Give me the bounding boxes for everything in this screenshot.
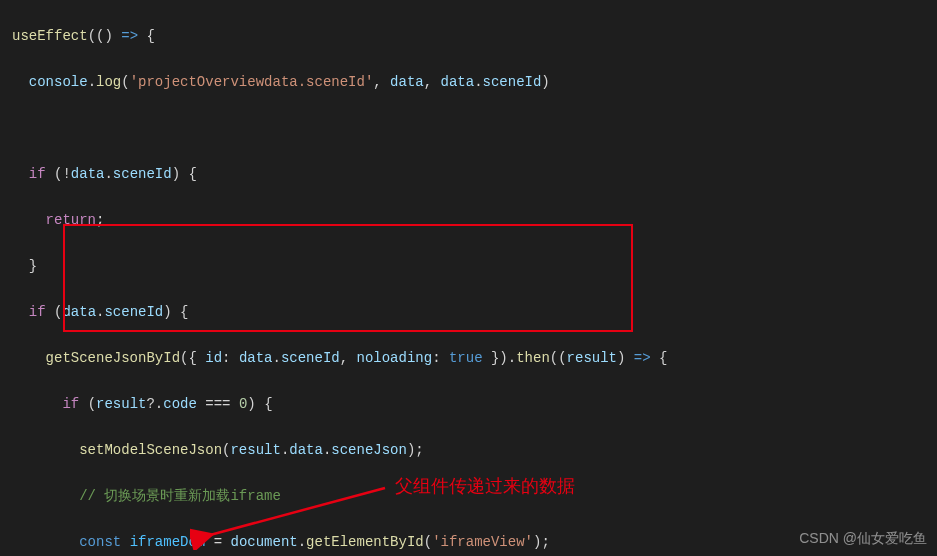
token: if [29,304,46,320]
line-12: const iframeDom = document.getElementByI… [12,531,925,554]
token: result [230,442,280,458]
line-1: useEffect(() => { [12,25,925,48]
token: code [163,396,197,412]
token: data [441,74,475,90]
token: => [121,28,138,44]
token: result [96,396,146,412]
line-6: } [12,255,925,278]
token: log [96,74,121,90]
watermark: CSDN @仙女爱吃鱼 [799,527,927,550]
token: return [46,212,96,228]
line-5: return; [12,209,925,232]
token: noloading [357,350,433,366]
token: data [289,442,323,458]
token: data [239,350,273,366]
line-8: getSceneJsonById({ id: data.sceneId, nol… [12,347,925,370]
line-7: if (data.sceneId) { [12,301,925,324]
token: console [29,74,88,90]
token: then [516,350,550,366]
token: sceneId [113,166,172,182]
token: sceneJson [331,442,407,458]
token: true [449,350,483,366]
annotation-text: 父组件传递过来的数据 [395,475,575,498]
token: getSceneJsonById [46,350,180,366]
line-2: console.log('projectOverviewdata.sceneId… [12,71,925,94]
line-3 [12,117,925,140]
token: iframeDom [130,534,206,550]
token: if [29,166,46,182]
line-10: setModelSceneJson(result.data.sceneJson)… [12,439,925,462]
line-9: if (result?.code === 0) { [12,393,925,416]
token: sceneId [281,350,340,366]
token: data [390,74,424,90]
token: const [79,534,121,550]
token: data [71,166,105,182]
token: sceneId [104,304,163,320]
token: id [205,350,222,366]
token: 'projectOverviewdata.sceneId' [130,74,374,90]
token: sceneId [483,74,542,90]
token: setModelSceneJson [79,442,222,458]
token: document [230,534,297,550]
token: ! [62,166,70,182]
code-block: useEffect(() => { console.log('projectOv… [0,2,937,556]
line-4: if (!data.sceneId) { [12,163,925,186]
comment: // 切换场景时重新加载iframe [79,488,281,504]
token: getElementById [306,534,424,550]
token: 'iframeView' [432,534,533,550]
token: data [62,304,96,320]
token: result [567,350,617,366]
token: if [62,396,79,412]
token: useEffect [12,28,88,44]
